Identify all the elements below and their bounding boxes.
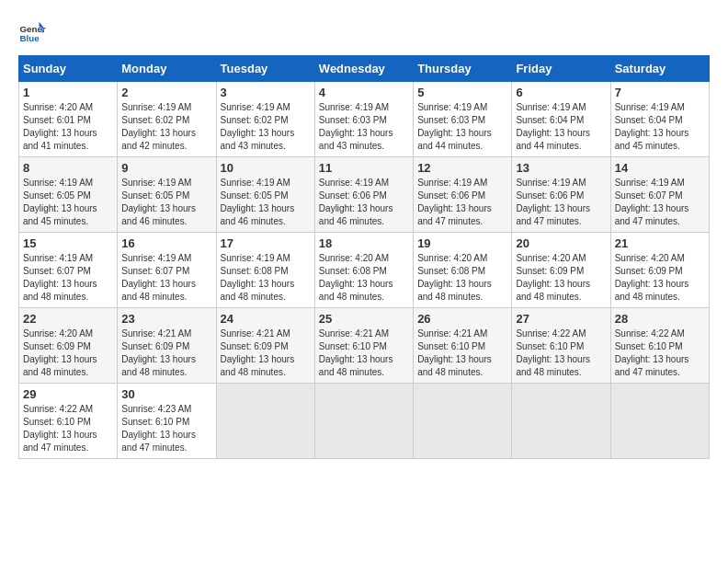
day-number: 11 bbox=[319, 161, 409, 175]
day-cell-17: 17 Sunrise: 4:19 AM Sunset: 6:08 PM Dayl… bbox=[216, 233, 314, 308]
page-header: General Blue bbox=[18, 18, 710, 46]
day-cell-27: 27 Sunrise: 4:22 AM Sunset: 6:10 PM Dayl… bbox=[512, 308, 610, 384]
day-cell-20: 20 Sunrise: 4:20 AM Sunset: 6:09 PM Dayl… bbox=[512, 233, 610, 308]
day-number: 1 bbox=[23, 86, 113, 99]
day-cell-12: 12 Sunrise: 4:19 AM Sunset: 6:06 PM Dayl… bbox=[414, 157, 512, 233]
day-info: Sunrise: 4:20 AM Sunset: 6:09 PM Dayligh… bbox=[615, 252, 705, 304]
day-info: Sunrise: 4:19 AM Sunset: 6:05 PM Dayligh… bbox=[23, 177, 113, 228]
logo: General Blue bbox=[18, 18, 50, 46]
day-number: 16 bbox=[121, 236, 211, 250]
day-cell-28: 28 Sunrise: 4:22 AM Sunset: 6:10 PM Dayl… bbox=[610, 308, 709, 384]
day-number: 24 bbox=[221, 312, 311, 326]
day-number: 6 bbox=[516, 86, 606, 99]
day-cell-21: 21 Sunrise: 4:20 AM Sunset: 6:09 PM Dayl… bbox=[610, 233, 709, 308]
header-sunday: Sunday bbox=[19, 56, 118, 82]
day-cell-10: 10 Sunrise: 4:19 AM Sunset: 6:05 PM Dayl… bbox=[216, 157, 314, 233]
day-cell-13: 13 Sunrise: 4:19 AM Sunset: 6:06 PM Dayl… bbox=[512, 157, 610, 233]
day-cell-1: 1 Sunrise: 4:20 AM Sunset: 6:01 PM Dayli… bbox=[19, 82, 118, 157]
day-cell-23: 23 Sunrise: 4:21 AM Sunset: 6:09 PM Dayl… bbox=[118, 308, 216, 384]
day-info: Sunrise: 4:19 AM Sunset: 6:07 PM Dayligh… bbox=[121, 252, 211, 304]
day-info: Sunrise: 4:19 AM Sunset: 6:03 PM Dayligh… bbox=[319, 101, 409, 153]
day-info: Sunrise: 4:19 AM Sunset: 6:03 PM Dayligh… bbox=[417, 101, 507, 153]
day-info: Sunrise: 4:19 AM Sunset: 6:02 PM Dayligh… bbox=[121, 101, 211, 153]
day-number: 13 bbox=[516, 161, 606, 175]
day-cell-16: 16 Sunrise: 4:19 AM Sunset: 6:07 PM Dayl… bbox=[118, 233, 216, 308]
day-number: 19 bbox=[417, 236, 507, 250]
day-info: Sunrise: 4:20 AM Sunset: 6:08 PM Dayligh… bbox=[417, 252, 507, 304]
day-info: Sunrise: 4:22 AM Sunset: 6:10 PM Dayligh… bbox=[23, 403, 113, 454]
header-saturday: Saturday bbox=[610, 56, 709, 82]
empty-cell bbox=[414, 384, 512, 459]
day-info: Sunrise: 4:19 AM Sunset: 6:06 PM Dayligh… bbox=[417, 177, 507, 228]
day-info: Sunrise: 4:23 AM Sunset: 6:10 PM Dayligh… bbox=[121, 403, 211, 454]
day-number: 25 bbox=[319, 312, 409, 326]
day-number: 23 bbox=[121, 312, 211, 326]
day-cell-24: 24 Sunrise: 4:21 AM Sunset: 6:09 PM Dayl… bbox=[216, 308, 314, 384]
day-cell-4: 4 Sunrise: 4:19 AM Sunset: 6:03 PM Dayli… bbox=[314, 82, 413, 157]
empty-cell bbox=[216, 384, 314, 459]
day-number: 29 bbox=[23, 387, 113, 401]
empty-cell bbox=[610, 384, 709, 459]
day-cell-18: 18 Sunrise: 4:20 AM Sunset: 6:08 PM Dayl… bbox=[314, 233, 413, 308]
header-tuesday: Tuesday bbox=[216, 56, 314, 82]
header-wednesday: Wednesday bbox=[314, 56, 413, 82]
day-number: 14 bbox=[615, 161, 705, 175]
svg-text:Blue: Blue bbox=[20, 33, 40, 43]
header-friday: Friday bbox=[512, 56, 610, 82]
day-info: Sunrise: 4:20 AM Sunset: 6:08 PM Dayligh… bbox=[319, 252, 409, 304]
day-info: Sunrise: 4:22 AM Sunset: 6:10 PM Dayligh… bbox=[615, 327, 705, 379]
day-number: 2 bbox=[121, 86, 211, 99]
day-info: Sunrise: 4:21 AM Sunset: 6:09 PM Dayligh… bbox=[221, 327, 311, 379]
day-info: Sunrise: 4:19 AM Sunset: 6:05 PM Dayligh… bbox=[221, 177, 311, 228]
day-number: 21 bbox=[615, 236, 705, 250]
day-number: 30 bbox=[121, 387, 211, 401]
header-thursday: Thursday bbox=[414, 56, 512, 82]
day-cell-22: 22 Sunrise: 4:20 AM Sunset: 6:09 PM Dayl… bbox=[19, 308, 118, 384]
day-info: Sunrise: 4:20 AM Sunset: 6:09 PM Dayligh… bbox=[23, 327, 113, 379]
day-number: 18 bbox=[319, 236, 409, 250]
day-cell-19: 19 Sunrise: 4:20 AM Sunset: 6:08 PM Dayl… bbox=[414, 233, 512, 308]
day-info: Sunrise: 4:21 AM Sunset: 6:10 PM Dayligh… bbox=[319, 327, 409, 379]
day-number: 7 bbox=[615, 86, 705, 99]
day-info: Sunrise: 4:19 AM Sunset: 6:04 PM Dayligh… bbox=[615, 101, 705, 153]
day-cell-7: 7 Sunrise: 4:19 AM Sunset: 6:04 PM Dayli… bbox=[610, 82, 709, 157]
day-info: Sunrise: 4:19 AM Sunset: 6:08 PM Dayligh… bbox=[221, 252, 311, 304]
day-info: Sunrise: 4:20 AM Sunset: 6:09 PM Dayligh… bbox=[516, 252, 606, 304]
day-info: Sunrise: 4:19 AM Sunset: 6:07 PM Dayligh… bbox=[23, 252, 113, 304]
day-cell-6: 6 Sunrise: 4:19 AM Sunset: 6:04 PM Dayli… bbox=[512, 82, 610, 157]
day-info: Sunrise: 4:19 AM Sunset: 6:02 PM Dayligh… bbox=[221, 101, 311, 153]
day-number: 27 bbox=[516, 312, 606, 326]
day-cell-3: 3 Sunrise: 4:19 AM Sunset: 6:02 PM Dayli… bbox=[216, 82, 314, 157]
day-number: 8 bbox=[23, 161, 113, 175]
day-number: 17 bbox=[221, 236, 311, 250]
day-cell-30: 30 Sunrise: 4:23 AM Sunset: 6:10 PM Dayl… bbox=[118, 384, 216, 459]
day-cell-5: 5 Sunrise: 4:19 AM Sunset: 6:03 PM Dayli… bbox=[414, 82, 512, 157]
day-info: Sunrise: 4:21 AM Sunset: 6:10 PM Dayligh… bbox=[417, 327, 507, 379]
day-cell-29: 29 Sunrise: 4:22 AM Sunset: 6:10 PM Dayl… bbox=[19, 384, 118, 459]
day-number: 5 bbox=[417, 86, 507, 99]
day-info: Sunrise: 4:19 AM Sunset: 6:05 PM Dayligh… bbox=[121, 177, 211, 228]
calendar-table: Sunday Monday Tuesday Wednesday Thursday… bbox=[18, 55, 710, 459]
day-info: Sunrise: 4:20 AM Sunset: 6:01 PM Dayligh… bbox=[23, 101, 113, 153]
day-number: 22 bbox=[23, 312, 113, 326]
day-number: 10 bbox=[221, 161, 311, 175]
day-number: 4 bbox=[319, 86, 409, 99]
day-cell-8: 8 Sunrise: 4:19 AM Sunset: 6:05 PM Dayli… bbox=[19, 157, 118, 233]
empty-cell bbox=[512, 384, 610, 459]
day-number: 9 bbox=[121, 161, 211, 175]
day-number: 20 bbox=[516, 236, 606, 250]
day-number: 3 bbox=[221, 86, 311, 99]
header-monday: Monday bbox=[118, 56, 216, 82]
day-number: 12 bbox=[417, 161, 507, 175]
day-number: 28 bbox=[615, 312, 705, 326]
day-cell-9: 9 Sunrise: 4:19 AM Sunset: 6:05 PM Dayli… bbox=[118, 157, 216, 233]
day-cell-11: 11 Sunrise: 4:19 AM Sunset: 6:06 PM Dayl… bbox=[314, 157, 413, 233]
day-info: Sunrise: 4:21 AM Sunset: 6:09 PM Dayligh… bbox=[121, 327, 211, 379]
day-number: 15 bbox=[23, 236, 113, 250]
day-number: 26 bbox=[417, 312, 507, 326]
day-cell-26: 26 Sunrise: 4:21 AM Sunset: 6:10 PM Dayl… bbox=[414, 308, 512, 384]
day-info: Sunrise: 4:19 AM Sunset: 6:04 PM Dayligh… bbox=[516, 101, 606, 153]
day-info: Sunrise: 4:19 AM Sunset: 6:06 PM Dayligh… bbox=[319, 177, 409, 228]
day-info: Sunrise: 4:19 AM Sunset: 6:06 PM Dayligh… bbox=[516, 177, 606, 228]
day-info: Sunrise: 4:19 AM Sunset: 6:07 PM Dayligh… bbox=[615, 177, 705, 228]
